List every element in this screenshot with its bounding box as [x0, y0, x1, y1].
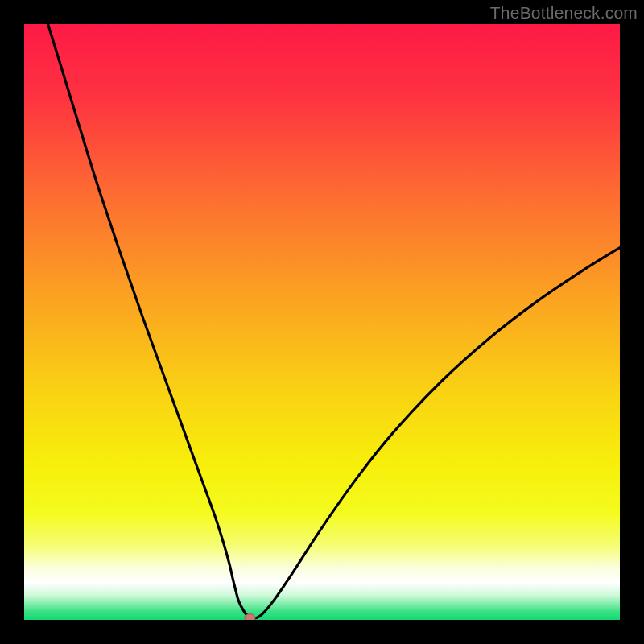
optimum-marker — [245, 614, 255, 620]
watermark-text: TheBottleneck.com — [490, 3, 638, 23]
chart-svg — [24, 24, 620, 620]
plot-area — [24, 24, 620, 620]
chart-stage: TheBottleneck.com — [0, 0, 644, 644]
gradient-background — [24, 24, 620, 620]
